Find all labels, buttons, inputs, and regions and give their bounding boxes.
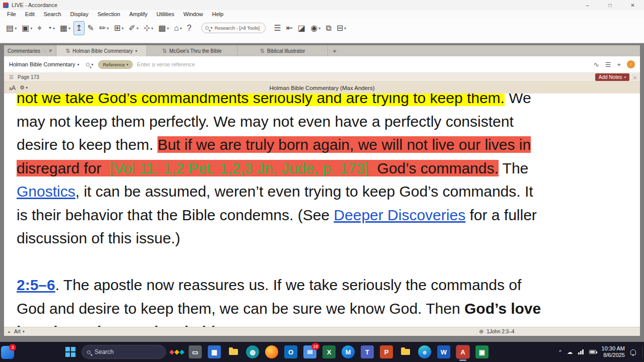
clipped-text-line: is truly made complete in him. (17, 320, 622, 327)
margins-icon: ⇤ (286, 24, 293, 33)
account-icon[interactable]: ↑ (627, 60, 635, 68)
draw-tool-button[interactable]: ✐▾ (127, 21, 140, 35)
text-run: may not keep them perfectly. We may not … (17, 113, 514, 130)
taskbar-icon-mail[interactable]: ✉18 (303, 345, 316, 358)
crossref-tool-button[interactable]: ⊹▾ (141, 21, 155, 35)
margins-tool-button[interactable]: ⇤ (284, 21, 295, 35)
scroll-up-arrow[interactable]: ▴ (632, 74, 638, 80)
battery-icon[interactable] (589, 350, 596, 354)
text-run: God and desire to keep them, we can be s… (17, 300, 464, 317)
taskbar-icon-firefox[interactable] (265, 345, 278, 358)
atlas-tool-button[interactable]: ◉▾ (308, 21, 323, 35)
image-tool-button[interactable]: ◪ (296, 21, 307, 35)
collapse-arrow-icon[interactable]: ▴ (8, 329, 10, 334)
doclist-tool-button[interactable]: ⊟▾ (335, 21, 348, 35)
mail-icon: ✉ (307, 348, 313, 356)
show-desktop-button[interactable] (642, 346, 644, 358)
menu-display[interactable]: Display (66, 11, 93, 17)
current-verse-indicator[interactable]: ⊕ 1John 2:3–4 (479, 328, 514, 335)
taskbar-icon-teal-app[interactable]: ◍ (246, 345, 259, 358)
start-button[interactable] (65, 347, 75, 357)
hidden-icons-chevron[interactable]: ^ (559, 349, 561, 355)
minimize-button[interactable]: – (576, 0, 599, 10)
menu-help[interactable]: Help (208, 11, 228, 17)
clock-time: 10:30 AM (602, 345, 625, 352)
document-list-icon: ⊟ (337, 24, 343, 33)
export-tool-button[interactable]: ↥ (73, 21, 84, 35)
taskbar-icon-edge[interactable]: e (418, 345, 431, 358)
taskbar-icon-word[interactable]: W (437, 345, 450, 358)
reference-field-pill[interactable]: Reference ▾ (98, 60, 133, 69)
panel-zone-commentaries[interactable]: Commentaries ∷ ✕ (4, 45, 56, 56)
art-selector[interactable]: Art ▾ (14, 329, 25, 334)
chevron-down-icon: ▾ (15, 26, 17, 31)
taskbar-icon-store[interactable]: ▦ (208, 345, 221, 358)
education-tool-button[interactable]: ⌂▾ (172, 21, 184, 35)
menu-search[interactable]: Search (39, 11, 66, 17)
search-icon[interactable] (86, 63, 90, 66)
close-zone-icon[interactable]: ✕ (48, 48, 52, 53)
blank-line (17, 250, 622, 274)
onedrive-cloud-icon[interactable]: ☁ (567, 349, 573, 355)
maximize-button[interactable]: □ (599, 0, 621, 10)
export-icon: ↥ (75, 24, 82, 33)
taskbar-icon-accordance[interactable]: A (456, 345, 469, 358)
folder-icon (401, 349, 410, 355)
taskbar-icon-teams[interactable]: TN (361, 345, 374, 358)
network-icon[interactable] (578, 349, 584, 354)
verse-2-5-6-link[interactable]: 2:5–6 (17, 277, 55, 293)
workspace-tool-button[interactable]: ▤▾ (4, 21, 19, 35)
taskbar-icon-excel[interactable]: X (323, 345, 336, 358)
research-search-box[interactable]: ▾ Research - [All Tools] (201, 23, 266, 33)
decoration-shape (180, 349, 185, 354)
taskbar-icon-zoom[interactable]: ▣ (475, 345, 489, 358)
table-icon: ▩ (158, 24, 166, 33)
commentary-text-pane[interactable]: not we take God’s commandments seriously… (4, 94, 640, 327)
display-settings-icon[interactable]: ☰ (605, 61, 611, 68)
verse-reference-input[interactable]: Enter a verse reference (137, 61, 195, 67)
menu-window[interactable]: Window (179, 11, 207, 17)
clock-icon: ◔ (47, 24, 52, 33)
wave-icon[interactable]: ∿ (594, 61, 599, 68)
taskbar-icon-remote-desktop[interactable]: ▭ (189, 345, 202, 358)
menu-edit[interactable]: Edit (21, 11, 39, 17)
window-title: LIVE - Accordance (12, 2, 57, 8)
menu-file[interactable]: File (3, 11, 21, 17)
pen-tool-button[interactable]: ✎ (86, 21, 96, 35)
table-tool-button[interactable]: ▩▾ (156, 21, 171, 35)
taskbar-clock[interactable]: 10:30 AM 8/6/2025 (602, 345, 625, 358)
taskbar-icon-file-explorer[interactable] (227, 345, 240, 358)
pen-icon: ✎ (88, 24, 94, 33)
add-notes-button[interactable]: Add Notes ▾ (595, 73, 629, 81)
contents-menu-icon[interactable]: ☰ (9, 74, 14, 80)
taskbar-icon-powerpoint[interactable]: P (380, 345, 393, 358)
close-button[interactable]: ✕ (621, 0, 644, 10)
menu-selection[interactable]: Selection (93, 11, 125, 17)
main-toolbar: ▤▾ ▣▾ ⌖ ◔▾ ▦▾ ↥ ✎ ✏▾ ⊞▾ ✐▾ ⊹▾ ▩▾ ⌂▾ ? ▾ … (0, 18, 644, 43)
taskbar-icon-messenger[interactable]: M (342, 345, 355, 358)
tab-mcgees-thru-the-bible[interactable]: ⇅ McGee's Thru the Bible (147, 45, 237, 56)
taskbar-icon-folder[interactable] (399, 345, 412, 358)
menu-amplify[interactable]: Amplify (125, 11, 152, 17)
menu-utilities[interactable]: Utilities (152, 11, 179, 17)
chevron-down-icon[interactable]: ▾ (91, 62, 93, 67)
charts-tool-button[interactable]: ▦▾ (58, 21, 72, 35)
tab-holman-bible-commentary[interactable]: ⇅ Holman Bible Commentary ▾ (56, 45, 147, 56)
library-tool-button[interactable]: ▣▾ (20, 21, 34, 35)
help-button[interactable]: ? (185, 21, 193, 35)
notification-center-icon[interactable] (630, 349, 636, 355)
taskbar-search-box[interactable]: Search (82, 345, 166, 359)
pages-tool-button[interactable]: ⧉ (324, 21, 333, 35)
tab-biblical-illustrator[interactable]: ⇅ Biblical Illustrator (237, 45, 328, 56)
taskbar-icon-outlook[interactable]: O (284, 345, 297, 358)
add-tab-button[interactable]: + (328, 45, 341, 56)
highlight-tool-button[interactable]: ✏▾ (97, 21, 111, 35)
time-tool-button[interactable]: ◔▾ (45, 21, 57, 35)
amplify-tool-button[interactable]: ⌖ (35, 21, 44, 35)
add-icon[interactable]: + (617, 61, 621, 68)
module-selector[interactable]: Holman Bible Commentary ▾ (9, 61, 79, 67)
layout-tool-button[interactable]: ⊞▾ (112, 21, 125, 35)
deeper-discoveries-link[interactable]: Deeper Discoveries (334, 207, 465, 223)
gnostics-link[interactable]: Gnostics (17, 183, 75, 200)
align-tool-button[interactable]: ☰ (272, 21, 283, 35)
